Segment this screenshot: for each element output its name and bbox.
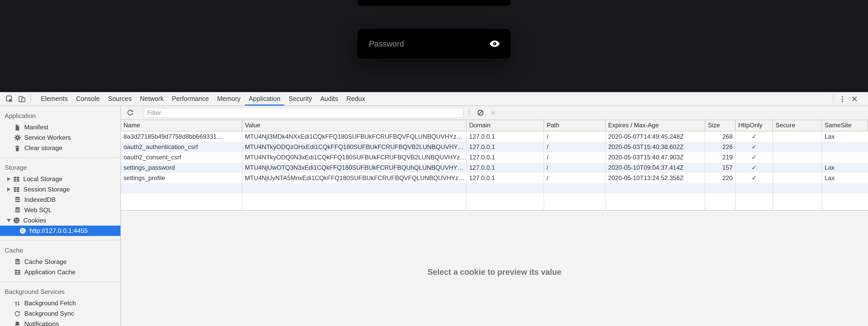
sidebar-section-background-services: Background Services Background Fetch Bac… — [0, 282, 120, 326]
clear-icon[interactable] — [487, 107, 499, 119]
column-header-name[interactable]: Name — [121, 120, 242, 131]
table-row[interactable]: oauth2_authentication_csrf MTU4NTkyODQzO… — [121, 142, 868, 152]
tab-security[interactable]: Security — [284, 92, 316, 106]
cookie-name: 8a3d27185b49d7758d8bb669331… — [121, 131, 242, 142]
column-header-expires[interactable]: Expires / Max-Age — [606, 120, 705, 131]
table-row[interactable]: settings_profile MTU4NjUyNTA5MnxEdi1CQkF… — [121, 173, 868, 183]
column-header-httponly[interactable]: HttpOnly — [736, 120, 773, 131]
section-title: Storage — [0, 163, 120, 174]
cookie-name: settings_password — [121, 162, 242, 173]
column-header-domain[interactable]: Domain — [467, 120, 544, 131]
bell-icon — [13, 320, 21, 326]
sidebar-item-web-sql[interactable]: Web SQL — [0, 205, 120, 215]
tab-sources[interactable]: Sources — [104, 92, 136, 106]
empty-row[interactable] — [121, 183, 868, 193]
tab-audits[interactable]: Audits — [316, 92, 342, 106]
sidebar-item-notifications[interactable]: Notifications — [0, 319, 120, 326]
sidebar-item-background-fetch[interactable]: Background Fetch — [0, 298, 120, 308]
sidebar-item-label: Local Storage — [23, 175, 63, 183]
device-toolbar-icon[interactable] — [16, 92, 28, 105]
cookie-size: 220 — [705, 173, 736, 183]
cookie-value: MTU4NjUyNTA5MnxEdi1CQkFFQ180SUFBUkFCRUFB… — [242, 173, 467, 183]
table-row[interactable]: 8a3d27185b49d7758d8bb669331… MTU4Njl3MDk… — [121, 131, 868, 142]
database-icon — [13, 258, 21, 266]
text-field-partial[interactable] — [358, 0, 510, 6]
tab-redux[interactable]: Redux — [342, 92, 369, 106]
table-row[interactable]: oauth2_consent_csrf MTU4NTkyODQ0N3xEdi1C… — [121, 152, 868, 162]
cookie-httponly: ✓ — [736, 152, 773, 162]
cookie-name: settings_profile — [121, 173, 242, 183]
sidebar-item-label: Notifications — [24, 320, 59, 326]
kebab-menu-icon[interactable] — [836, 92, 848, 105]
column-header-path[interactable]: Path — [544, 120, 606, 131]
block-icon[interactable] — [474, 107, 487, 119]
column-header-value[interactable]: Value — [242, 120, 467, 131]
cookie-path: / — [544, 152, 606, 162]
tab-elements[interactable]: Elements — [37, 92, 72, 106]
inspect-icon[interactable] — [3, 92, 16, 105]
close-icon[interactable] — [848, 92, 861, 105]
column-header-secure[interactable]: Secure — [773, 120, 822, 131]
cookie-path: / — [544, 131, 606, 142]
cookie-samesite — [822, 152, 868, 162]
sidebar-item-application-cache[interactable]: Application Cache — [0, 267, 120, 277]
divider — [469, 109, 469, 117]
tab-application[interactable]: Application — [245, 92, 284, 106]
cookie-path: / — [544, 142, 606, 152]
sidebar-item-label: Cache Storage — [24, 258, 67, 266]
tab-performance[interactable]: Performance — [168, 92, 213, 106]
sync-icon — [13, 310, 21, 318]
sidebar-item-label: Web SQL — [24, 207, 52, 214]
cookie-value: MTU4NTkyODQzOHxEdi1CQkFFQ180SUFBUkFCRUFB… — [242, 142, 467, 152]
sidebar-item-service-workers[interactable]: Service Workers — [0, 133, 120, 143]
eye-icon[interactable] — [489, 38, 500, 49]
expand-arrow-icon[interactable] — [5, 187, 12, 191]
sidebar-item-background-sync[interactable]: Background Sync — [0, 308, 120, 319]
cookie-preview-pane: Select a cookie to preview its value — [121, 211, 868, 326]
sidebar-item-manifest[interactable]: Manifest — [0, 122, 120, 133]
expand-arrow-icon[interactable] — [5, 177, 12, 181]
fetch-arrows-icon — [13, 299, 21, 307]
refresh-icon[interactable] — [124, 107, 136, 119]
sidebar-item-local-storage[interactable]: Local Storage — [0, 174, 120, 184]
table-filler — [121, 193, 868, 210]
cookie-path: / — [544, 173, 606, 183]
tab-memory[interactable]: Memory — [213, 92, 245, 106]
table-header-row: Name Value Domain Path Expires / Max-Age… — [121, 120, 868, 131]
application-sidebar: Application Manifest Service Workers Cle… — [0, 106, 121, 326]
sidebar-item-cookies-origin[interactable]: http://127.0.0.1:4455 — [0, 226, 120, 236]
cookies-toolbar — [121, 106, 868, 120]
cookie-expires: 2020-05-07T14:49:45.248Z — [606, 131, 705, 142]
password-input[interactable] — [368, 38, 489, 49]
sidebar-item-indexeddb[interactable]: IndexedDB — [0, 195, 120, 205]
column-header-samesite[interactable]: SameSite — [822, 120, 868, 131]
cookies-table: Name Value Domain Path Expires / Max-Age… — [121, 120, 868, 211]
cookie-expires: 2020-05-10T09:04:37.414Z — [606, 162, 705, 173]
screen: Elements Console Sources Network Perform… — [0, 0, 868, 326]
sidebar-item-label: http://127.0.0.1:4455 — [29, 227, 88, 235]
cookie-domain: 127.0.0.1 — [467, 131, 544, 142]
tab-network[interactable]: Network — [136, 92, 168, 106]
sidebar-item-clear-storage[interactable]: Clear storage — [0, 143, 120, 153]
cookie-value: MTU4Njl3MDk4NXxEdi1CQkFFQ180SUFBUkFCRUFB… — [242, 131, 467, 142]
webpage-background — [0, 0, 868, 92]
sidebar-section-application: Application Manifest Service Workers Cle… — [0, 106, 120, 158]
cookie-size: 219 — [705, 152, 736, 162]
sidebar-item-cookies[interactable]: Cookies — [0, 215, 120, 226]
cookie-samesite — [822, 142, 868, 152]
devtools-body: Application Manifest Service Workers Cle… — [0, 106, 868, 326]
divider — [833, 95, 833, 103]
sidebar-item-session-storage[interactable]: Session Storage — [0, 184, 120, 195]
table-row[interactable]: settings_password MTU4NjUwOTQ3N3xEdi1CQk… — [121, 162, 868, 173]
filter-input[interactable] — [144, 108, 463, 118]
cookie-name: oauth2_authentication_csrf — [121, 142, 242, 152]
sidebar-item-label: Background Fetch — [24, 300, 76, 307]
sidebar-section-storage: Storage Local Storage Session Storage In… — [0, 158, 120, 241]
cookie-icon — [12, 217, 20, 224]
column-header-size[interactable]: Size — [705, 120, 736, 131]
database-icon — [13, 196, 21, 203]
sidebar-item-cache-storage[interactable]: Cache Storage — [0, 257, 120, 267]
sidebar-item-label: Session Storage — [23, 186, 70, 193]
collapse-arrow-icon[interactable] — [5, 219, 12, 222]
tab-console[interactable]: Console — [72, 92, 104, 106]
